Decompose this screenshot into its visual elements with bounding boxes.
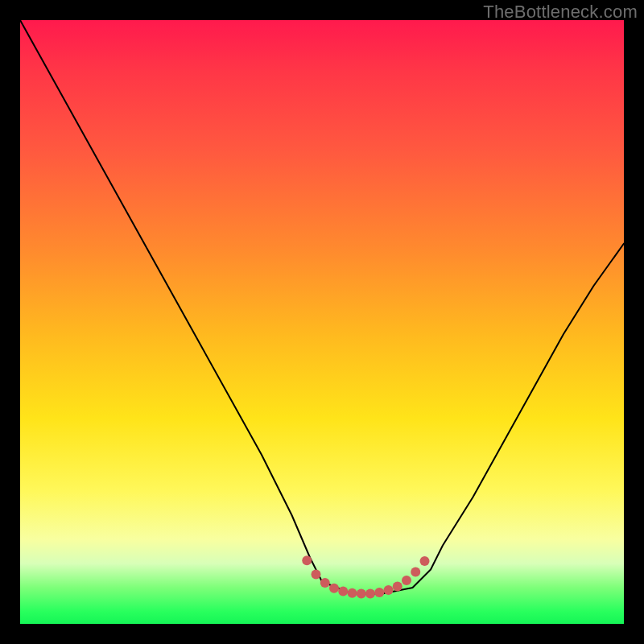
- trough-marker: [411, 568, 420, 577]
- trough-marker: [329, 584, 339, 593]
- trough-marker: [338, 587, 348, 597]
- trough-marker: [348, 588, 357, 598]
- trough-marker: [402, 576, 411, 585]
- trough-marker: [420, 556, 430, 566]
- trough-marker: [374, 588, 384, 597]
- trough-marker: [357, 589, 366, 599]
- trough-marker: [320, 578, 330, 588]
- trough-marker: [365, 589, 375, 599]
- bottleneck-curve: [20, 20, 624, 594]
- trough-marker-group: [302, 555, 429, 598]
- trough-marker: [384, 585, 394, 595]
- trough-marker: [302, 555, 312, 565]
- trough-marker: [393, 582, 402, 592]
- curve-svg: [20, 20, 624, 624]
- chart-frame: TheBottleneck.com: [0, 0, 644, 644]
- trough-marker: [312, 570, 321, 580]
- plot-area: [20, 20, 624, 624]
